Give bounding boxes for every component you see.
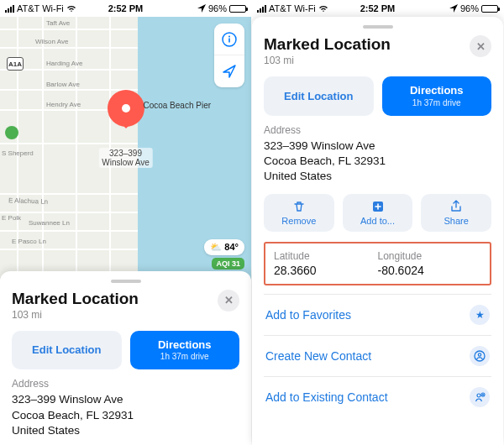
pin-address-label: 323–399 Winslow Ave xyxy=(98,148,153,168)
battery-percent: 96% xyxy=(460,3,479,13)
street-label: Barlow Ave xyxy=(46,81,80,88)
phone-left: AT&T Wi-Fi 2:52 PM 96% Taft Ave xyxy=(0,0,252,445)
aqi-badge: AQI 31 xyxy=(212,258,244,270)
address-line: United States xyxy=(264,169,491,184)
street-label: Hendry Ave xyxy=(46,101,81,108)
address-block: 323–399 Winslow Ave Cocoa Beach, FL 3293… xyxy=(12,392,239,438)
edit-location-button[interactable]: Edit Location xyxy=(264,76,374,116)
temperature-label: 84° xyxy=(224,242,239,252)
add-to-existing-contact-label: Add to Existing Contact xyxy=(265,390,388,404)
street-label: Harding Ave xyxy=(46,60,82,67)
sheet-grabber[interactable] xyxy=(111,280,141,283)
route-shield: A1A xyxy=(7,57,24,71)
remove-label: Remove xyxy=(281,216,316,226)
person-add-icon xyxy=(470,387,490,407)
svg-rect-2 xyxy=(228,38,230,42)
trash-icon xyxy=(292,200,306,213)
close-icon: ✕ xyxy=(476,40,486,53)
directions-sublabel: 1h 37m drive xyxy=(160,352,209,362)
address-line: Cocoa Beach, FL 32931 xyxy=(264,154,491,169)
battery-icon xyxy=(229,5,246,13)
clock: 2:52 PM xyxy=(108,3,144,13)
directions-button[interactable]: Directions 1h 37m drive xyxy=(130,331,240,370)
street-label: E Alachua Ln xyxy=(8,196,48,206)
longitude-label: Longitude xyxy=(378,250,482,262)
poi-marker[interactable] xyxy=(5,126,18,139)
sheet-distance: 103 mi xyxy=(264,55,391,66)
phone-right: AT&T Wi-Fi 2:52 PM 96% Marked Location 1… xyxy=(252,0,504,445)
addto-label: Add to... xyxy=(360,216,395,226)
address-line: 323–399 Winslow Ave xyxy=(264,139,491,154)
svg-point-1 xyxy=(228,35,230,37)
add-to-favorites-label: Add to Favorites xyxy=(265,308,351,322)
map-view[interactable]: Taft Ave Wilson Ave Harding Ave Barlow A… xyxy=(0,17,251,280)
share-icon xyxy=(449,200,463,213)
poi-label: Cocoa Beach Pier xyxy=(143,101,211,110)
create-new-contact-row[interactable]: Create New Contact xyxy=(264,335,491,376)
battery-icon xyxy=(481,5,498,13)
close-button[interactable]: ✕ xyxy=(218,290,239,312)
wifi-icon xyxy=(318,5,328,13)
svg-point-5 xyxy=(478,353,480,356)
add-to-button[interactable]: Add to... xyxy=(343,194,413,232)
address-line: 323–399 Winslow Ave xyxy=(12,392,239,407)
sheet-distance: 103 mi xyxy=(12,309,139,321)
map-info-button[interactable] xyxy=(214,24,244,55)
sun-icon: ⛅ xyxy=(210,242,222,253)
person-circle-icon xyxy=(470,346,490,366)
street-label: Taft Ave xyxy=(46,19,70,27)
remove-button[interactable]: Remove xyxy=(264,194,334,232)
place-sheet[interactable]: Marked Location 103 mi ✕ Edit Location D… xyxy=(0,271,251,445)
directions-button[interactable]: Directions 1h 37m drive xyxy=(382,76,492,116)
sheet-title: Marked Location xyxy=(12,290,139,308)
latitude-label: Latitude xyxy=(274,250,378,262)
carrier-label: AT&T Wi-Fi xyxy=(269,3,316,13)
map-controls xyxy=(214,24,244,87)
cellular-signal-icon xyxy=(5,5,14,13)
address-heading: Address xyxy=(264,124,491,136)
share-label: Share xyxy=(444,216,469,226)
star-icon: ★ xyxy=(470,305,490,325)
status-bar: AT&T Wi-Fi 2:52 PM 96% xyxy=(252,0,503,17)
plus-square-icon xyxy=(371,200,385,213)
sheet-title: Marked Location xyxy=(264,35,391,54)
clock: 2:52 PM xyxy=(360,3,396,13)
address-block: 323–399 Winslow Ave Cocoa Beach, FL 3293… xyxy=(264,139,491,185)
address-heading: Address xyxy=(12,378,239,390)
latitude-value: 28.3660 xyxy=(274,264,378,277)
carrier-label: AT&T Wi-Fi xyxy=(17,3,64,13)
longitude-value: -80.6024 xyxy=(378,264,482,277)
status-bar: AT&T Wi-Fi 2:52 PM 96% xyxy=(0,0,251,17)
edit-location-label: Edit Location xyxy=(284,90,353,103)
battery-percent: 96% xyxy=(208,3,227,13)
location-services-icon xyxy=(197,4,206,13)
map-locate-button[interactable] xyxy=(214,55,244,87)
map-pin[interactable] xyxy=(108,90,144,127)
edit-location-label: Edit Location xyxy=(32,343,101,357)
directions-label: Directions xyxy=(158,338,212,352)
edit-location-button[interactable]: Edit Location xyxy=(12,331,122,370)
location-services-icon xyxy=(449,4,458,13)
wifi-icon xyxy=(66,5,76,13)
svg-point-6 xyxy=(477,394,480,397)
directions-sublabel: 1h 37m drive xyxy=(412,98,461,108)
create-new-contact-label: Create New Contact xyxy=(265,349,371,363)
street-label: Wilson Ave xyxy=(35,38,68,45)
directions-label: Directions xyxy=(410,84,464,97)
address-line: United States xyxy=(12,423,239,438)
street-label: E Polk xyxy=(2,214,21,222)
street-label: S Sheperd xyxy=(2,149,34,157)
close-icon: ✕ xyxy=(224,294,234,306)
weather-widget[interactable]: ⛅ 84° AQI 31 xyxy=(204,239,244,270)
sheet-grabber[interactable] xyxy=(363,25,393,29)
address-line: Cocoa Beach, FL 32931 xyxy=(12,408,239,423)
street-label: E Pasco Ln xyxy=(12,238,46,245)
share-button[interactable]: Share xyxy=(421,194,491,232)
add-to-existing-contact-row[interactable]: Add to Existing Contact xyxy=(264,376,491,417)
add-to-favorites-row[interactable]: Add to Favorites ★ xyxy=(264,294,491,335)
coordinates-box: Latitude 28.3660 Longitude -80.6024 xyxy=(264,242,491,285)
cellular-signal-icon xyxy=(257,5,266,13)
street-label: Suwannee Ln xyxy=(29,219,70,227)
close-button[interactable]: ✕ xyxy=(470,35,491,57)
place-sheet-expanded[interactable]: Marked Location 103 mi ✕ Edit Location D… xyxy=(252,17,503,445)
